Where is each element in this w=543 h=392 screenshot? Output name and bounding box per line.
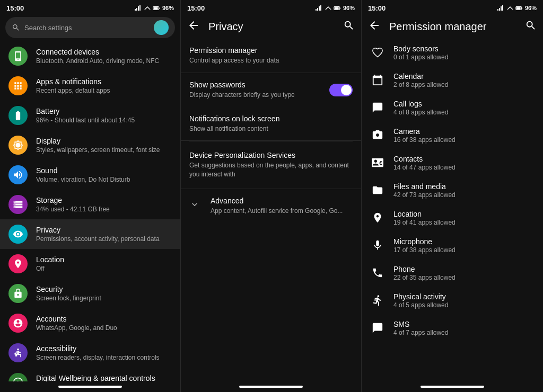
call-logs-icon <box>370 100 385 115</box>
battery-subtitle: 96% - Should last until about 14:45 <box>36 117 172 124</box>
phone-title: Phone <box>393 265 535 273</box>
search-button-right[interactable] <box>525 20 537 34</box>
body-sensors-text: Body sensors 0 of 1 apps allowed <box>393 44 535 61</box>
call-logs-text: Call logs 4 of 8 apps allowed <box>393 100 535 116</box>
bottom-bar-right <box>421 386 484 388</box>
status-icons-right: 96% <box>497 5 537 11</box>
storage-icon <box>8 195 28 214</box>
device-personalization-subtitle: Get suggestions based on the people, app… <box>189 161 353 179</box>
toggle-knob <box>341 85 352 95</box>
digital-wellbeing-icon <box>8 373 28 381</box>
display-icon <box>8 136 28 155</box>
accessibility-subtitle: Screen readers, display, interaction con… <box>36 354 172 361</box>
advanced-title: Advanced <box>211 197 353 205</box>
perm-physical-activity[interactable]: Physical activity 4 of 5 apps allowed <box>362 287 543 314</box>
sidebar-item-digital-wellbeing[interactable]: Digital Wellbeing & parental controls Sc… <box>0 368 180 381</box>
sidebar-item-accessibility[interactable]: Accessibility Screen readers, display, i… <box>0 338 180 368</box>
privacy-title: Privacy <box>36 226 172 234</box>
search-placeholder: Search settings <box>24 24 150 32</box>
advanced-item[interactable]: Advanced App content, Autofill service f… <box>181 189 361 223</box>
perm-body-sensors[interactable]: Body sensors 0 of 1 apps allowed <box>362 39 543 66</box>
physical-activity-text: Physical activity 4 of 5 apps allowed <box>393 292 535 309</box>
physical-activity-title: Physical activity <box>393 292 535 301</box>
sidebar-item-accounts[interactable]: Accounts WhatsApp, Google, and Duo <box>0 308 180 338</box>
calendar-icon <box>370 73 385 87</box>
perm-microphone[interactable]: Microphone 17 of 38 apps allowed <box>362 231 543 259</box>
sidebar-item-storage[interactable]: Storage 34% used - 42.11 GB free <box>0 190 180 219</box>
perm-files-media[interactable]: Files and media 42 of 73 apps allowed <box>362 176 543 204</box>
sidebar-item-privacy[interactable]: Privacy Permissions, account activity, p… <box>0 219 180 249</box>
perm-calendar[interactable]: Calendar 2 of 8 apps allowed <box>362 66 543 94</box>
calendar-subtitle: 2 of 8 apps allowed <box>393 81 535 88</box>
time-right: 15:00 <box>368 4 386 12</box>
battery-icon <box>8 106 28 125</box>
files-media-subtitle: 42 of 73 apps allowed <box>393 191 535 199</box>
sound-text: Sound Volume, vibration, Do Not Disturb <box>36 166 172 183</box>
permission-list: Body sensors 0 of 1 apps allowed Calenda… <box>362 39 543 381</box>
panel-left: 15:00 96% Search settings Connected d <box>0 0 181 392</box>
perm-sms[interactable]: SMS 4 of 7 apps allowed <box>362 314 543 342</box>
sound-title: Sound <box>36 166 172 175</box>
security-subtitle: Screen lock, fingerprint <box>36 295 172 302</box>
show-passwords-item[interactable]: Show passwords Display characters briefl… <box>181 73 361 107</box>
sidebar-item-security[interactable]: Security Screen lock, fingerprint <box>0 279 180 308</box>
back-button-right[interactable] <box>368 19 381 34</box>
privacy-title: Privacy <box>208 21 335 33</box>
time-mid: 15:00 <box>187 4 205 12</box>
location-perm-title: Location <box>393 210 535 218</box>
location-title: Location <box>36 255 172 264</box>
perm-camera[interactable]: Camera 16 of 38 apps allowed <box>362 121 543 149</box>
contacts-icon <box>370 155 385 170</box>
sidebar-item-display[interactable]: Display Styles, wallpapers, screen timeo… <box>0 130 180 160</box>
avatar[interactable] <box>154 20 169 35</box>
contacts-text: Contacts 14 of 47 apps allowed <box>393 155 535 171</box>
sidebar-item-connected-devices[interactable]: Connected devices Bluetooth, Android Aut… <box>0 41 180 71</box>
files-media-icon <box>370 183 385 198</box>
sms-subtitle: 4 of 7 apps allowed <box>393 329 535 336</box>
bottom-indicator-mid <box>181 381 361 392</box>
privacy-subtitle: Permissions, account activity, personal … <box>36 235 172 243</box>
battery-text: Battery 96% - Should last until about 14… <box>36 107 172 124</box>
perm-contacts[interactable]: Contacts 14 of 47 apps allowed <box>362 149 543 176</box>
sidebar-item-location[interactable]: Location Off <box>0 249 180 279</box>
display-title: Display <box>36 137 172 145</box>
accessibility-text: Accessibility Screen readers, display, i… <box>36 344 172 361</box>
location-perm-text: Location 19 of 41 apps allowed <box>393 210 535 226</box>
calendar-title: Calendar <box>393 72 535 81</box>
apps-notifications-subtitle: Recent apps, default apps <box>36 87 172 94</box>
sms-text: SMS 4 of 7 apps allowed <box>393 320 535 336</box>
sidebar-item-battery[interactable]: Battery 96% - Should last until about 14… <box>0 101 180 130</box>
permission-manager-item[interactable]: Permission manager Control app access to… <box>181 39 361 73</box>
camera-icon <box>370 128 385 142</box>
call-logs-title: Call logs <box>393 100 535 108</box>
microphone-title: Microphone <box>393 237 535 246</box>
search-bar[interactable]: Search settings <box>5 17 175 38</box>
connected-devices-title: Connected devices <box>36 48 172 56</box>
sidebar-item-sound[interactable]: Sound Volume, vibration, Do Not Disturb <box>0 160 180 190</box>
permission-manager-title: Permission manager <box>189 46 353 55</box>
notifications-lock-screen-subtitle: Show all notification content <box>189 124 353 133</box>
notifications-lock-screen-item[interactable]: Notifications on lock screen Show all no… <box>181 107 361 141</box>
status-bar-right: 15:00 96% <box>362 0 543 15</box>
perm-phone[interactable]: Phone 22 of 35 apps allowed <box>362 259 543 287</box>
show-passwords-toggle[interactable] <box>329 84 353 96</box>
security-title: Security <box>36 285 172 293</box>
device-personalization-item[interactable]: Device Personalization Services Get sugg… <box>181 141 361 189</box>
location-icon <box>8 254 28 273</box>
search-button-mid[interactable] <box>343 20 355 34</box>
show-passwords-subtitle: Display characters briefly as you type <box>189 91 323 100</box>
accessibility-icon <box>8 343 28 362</box>
display-subtitle: Styles, wallpapers, screen timeout, font… <box>36 146 172 154</box>
microphone-text: Microphone 17 of 38 apps allowed <box>393 237 535 254</box>
perm-location[interactable]: Location 19 of 41 apps allowed <box>362 204 543 231</box>
location-perm-icon <box>370 210 385 225</box>
sms-title: SMS <box>393 320 535 328</box>
sidebar-item-apps-notifications[interactable]: Apps & notifications Recent apps, defaul… <box>0 71 180 101</box>
back-button-mid[interactable] <box>187 19 200 34</box>
perm-call-logs[interactable]: Call logs 4 of 8 apps allowed <box>362 94 543 121</box>
connected-devices-icon <box>8 47 28 66</box>
svg-rect-6 <box>335 7 339 9</box>
bottom-bar-left <box>58 386 122 388</box>
privacy-text: Privacy Permissions, account activity, p… <box>36 226 172 243</box>
permission-manager-header: Permission manager <box>362 15 543 39</box>
